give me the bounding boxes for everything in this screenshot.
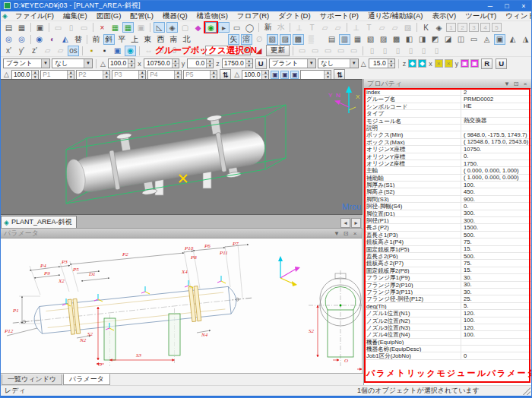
property-row[interactable]: 機番(EquipNo) <box>364 339 532 346</box>
pipe-icon[interactable]: ◪ <box>442 34 454 45</box>
param-p3-spinner[interactable]: P3▲▼ <box>112 70 146 80</box>
property-row[interactable]: 固定鏡板厚1(P5)15. <box>364 246 532 253</box>
property-row[interactable]: ボックス(Min)( 9848.0, -175.5, 1749.7) <box>364 131 532 138</box>
pipe-icon[interactable]: ▤ <box>326 34 337 45</box>
property-row[interactable]: タイプ <box>364 110 532 117</box>
pipe-icon[interactable]: ◨ <box>416 34 428 45</box>
menu-item[interactable]: 構造物(S) <box>192 11 233 21</box>
pipe-icon[interactable]: ▩ <box>391 34 402 45</box>
save-icon[interactable]: ▦ <box>16 22 27 33</box>
open-icon[interactable]: ▤ <box>3 22 14 33</box>
x-move-icon[interactable]: × <box>435 59 443 68</box>
menu-item[interactable]: ダクト(D) <box>274 11 315 21</box>
gear-icon[interactable]: ◉ <box>125 46 136 56</box>
property-row[interactable]: ノズル2位置(N2)100. <box>364 317 532 324</box>
y-spinner[interactable]: 0.0▲▼ <box>187 58 214 68</box>
updown-button-2[interactable]: ⇅ <box>334 69 345 80</box>
close-icon[interactable]: × <box>521 81 530 87</box>
pipe-icon[interactable]: ◧ <box>404 34 415 45</box>
snap3-spinner[interactable]: 100.0▲▼ <box>242 70 269 80</box>
property-row[interactable]: オリジンX座標10750. <box>364 146 532 153</box>
property-row[interactable]: 脚位置(D1)300. <box>364 210 532 217</box>
view-south-button[interactable]: 南 <box>168 34 179 45</box>
z-spinner[interactable]: 1750.0▲▼ <box>222 58 253 68</box>
grid-snap-icon[interactable]: ▦ <box>122 22 134 33</box>
property-row[interactable]: ボックス(Max)( 12548.6, 175.0, 2543.6) <box>364 139 532 146</box>
viewport-canvas[interactable]: Y N X Mrou <box>1 80 362 214</box>
rect-select-icon[interactable]: ▭ <box>231 22 242 33</box>
menu-item[interactable]: ツール(T) <box>461 11 501 21</box>
pipe-icon[interactable]: ▨ <box>378 34 389 45</box>
none-select-2[interactable]: なし▼ <box>318 58 359 68</box>
x-axis-icon[interactable]: x′ <box>3 46 14 56</box>
weld-button[interactable]: 溶 <box>241 34 252 45</box>
property-row[interactable]: Job1区分(JobNo)0 <box>364 352 532 359</box>
menu-item[interactable]: 機器(Q) <box>158 11 192 21</box>
arrow-button[interactable]: 矢 <box>228 34 239 45</box>
pipe-icon[interactable]: ◩ <box>429 34 441 45</box>
updown-button[interactable]: ⇅ <box>220 69 231 80</box>
pipe-icon[interactable]: ◭ <box>507 34 518 45</box>
view-plan-button[interactable]: 平 <box>116 34 128 45</box>
zoom-in-icon[interactable]: ◎ <box>3 34 14 45</box>
property-row[interactable]: モジュール名熱交換器 <box>364 118 532 125</box>
pointer-icon[interactable]: ▸ <box>218 22 230 33</box>
view-east-button[interactable]: 東 <box>142 34 154 45</box>
property-row[interactable]: 蓋長さ2(P6)500. <box>364 253 532 260</box>
property-row[interactable]: 蓋長さ1(P3)500. <box>364 232 532 238</box>
property-row[interactable]: グループ名PRMD0002 <box>364 96 532 103</box>
circle-select-icon[interactable]: ◯ <box>244 22 255 33</box>
none-select[interactable]: なし▼ <box>52 58 93 68</box>
tab-next-button[interactable]: ▸ <box>351 218 361 228</box>
menu-item[interactable]: 通り芯/補助線(A) <box>363 11 428 21</box>
menu-item[interactable]: サポート(P) <box>315 11 363 21</box>
property-row[interactable]: フランジ厚1(P9)30. <box>364 274 532 281</box>
swap-button[interactable]: 替 <box>72 34 84 45</box>
menu-item[interactable]: 配管(L) <box>125 11 158 21</box>
y-move-icon[interactable]: ▣ <box>461 59 469 68</box>
y-move-icon[interactable]: ▣ <box>470 59 479 68</box>
k-icon[interactable]: K <box>420 22 432 33</box>
z-axis-icon[interactable]: z′ <box>29 46 40 56</box>
group-box-select-icon[interactable]: ◉ <box>205 22 217 33</box>
pipe-icon[interactable]: ◫ <box>455 34 467 45</box>
property-row[interactable]: 主軸( 0.000, 0.000, 1.000) <box>364 167 532 174</box>
pipe-icon[interactable]: ▧ <box>365 34 376 45</box>
property-row[interactable]: 説明 <box>364 125 532 131</box>
view-west-button[interactable]: 西 <box>155 34 166 45</box>
property-row[interactable]: index2 <box>364 89 532 96</box>
os-icon[interactable]: os <box>68 46 79 56</box>
menu-item[interactable]: ウィンドウ(W) <box>501 11 532 21</box>
chevron-down-icon[interactable]: ▼ <box>332 230 341 237</box>
view-front-button[interactable]: 前 <box>90 34 102 45</box>
property-row[interactable]: ノズル3位置(N3)120. <box>364 324 532 331</box>
hatch-icon[interactable]: ▨ <box>280 34 291 45</box>
x-move-icon[interactable]: × <box>445 59 453 68</box>
property-row[interactable]: オリジンY座標0. <box>364 153 532 160</box>
new-button[interactable]: 新 <box>262 22 274 33</box>
property-row[interactable]: 脚高さ(S2)450. <box>364 188 532 195</box>
param-p1-spinner[interactable]: P1▲▼ <box>40 70 74 80</box>
hatch-icon[interactable]: ▩ <box>293 34 304 45</box>
layer-icon[interactable]: ▣ <box>112 46 123 56</box>
menu-item[interactable]: 表示(V) <box>427 11 461 21</box>
property-row[interactable]: 脚厚み(S1)100. <box>364 182 532 188</box>
pipe-icon[interactable]: ▭ <box>468 34 480 45</box>
delete-icon[interactable]: × <box>97 22 108 33</box>
pipe-icon[interactable]: ▥ <box>339 34 350 45</box>
pipe-icon[interactable]: ▦ <box>352 34 363 45</box>
pipe-icon[interactable]: ◬ <box>481 34 492 45</box>
r-button[interactable]: R <box>481 58 492 69</box>
pin-icon[interactable]: ⊡ <box>511 81 521 87</box>
drawing-canvas[interactable]: P4P3P2P10P6P7P9P5P8P11P1P12D1X2X4N2N4S2S… <box>1 238 362 372</box>
param-p4-spinner[interactable]: P4▲▼ <box>147 70 182 80</box>
viewport-3d[interactable]: Y N X Mrou <box>0 79 363 215</box>
layer-icon[interactable]: ▪ <box>99 46 110 56</box>
property-row[interactable]: deg(Th)5. <box>364 303 532 310</box>
layer-icon[interactable]: ▪ <box>86 46 97 56</box>
menu-item[interactable]: ファイル(F) <box>11 11 59 21</box>
property-row[interactable]: シンボルコードHE <box>364 103 532 110</box>
property-row[interactable]: オリジンZ座標1750. <box>364 160 532 167</box>
copy-icon[interactable]: ▣ <box>34 22 46 33</box>
view-north-button[interactable]: 北 <box>181 34 192 45</box>
